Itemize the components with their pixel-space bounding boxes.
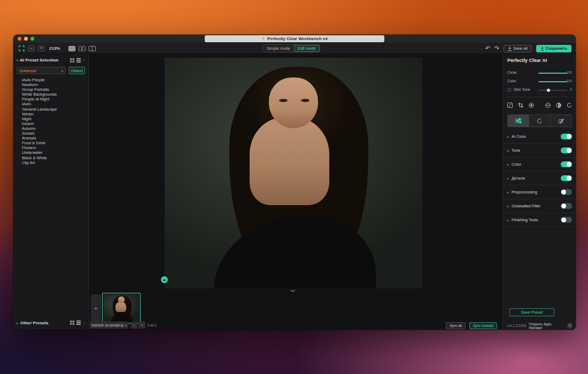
redo-icon[interactable]: ↷ bbox=[494, 45, 499, 51]
toggle-switch[interactable] bbox=[561, 189, 572, 195]
fit-to-screen-icon[interactable] bbox=[19, 45, 25, 51]
preset-category-dropdown[interactable]: Universal ▾ bbox=[17, 67, 66, 74]
toggle-switch[interactable] bbox=[561, 203, 572, 209]
window-title-tab[interactable]: ✦ Perfectly Clear Workbench v4 bbox=[205, 35, 384, 42]
preset-list-item[interactable]: Sunset bbox=[13, 131, 87, 136]
save-all-button[interactable]: Save all bbox=[504, 45, 532, 52]
fullscreen-button[interactable] bbox=[30, 37, 34, 41]
image-canvas[interactable]: ◂▸ + портрет из google.jp ▾ bbox=[89, 54, 502, 330]
next-image-button[interactable]: › bbox=[138, 322, 145, 329]
split-preview-icon[interactable] bbox=[556, 103, 561, 108]
single-view-icon[interactable] bbox=[68, 46, 75, 51]
levels-icon[interactable] bbox=[507, 103, 513, 108]
panel-section-preprocessing[interactable]: ▸Preprocessing bbox=[503, 185, 576, 199]
panel-section-finishing-tools[interactable]: ▸Finishing Tools bbox=[503, 213, 576, 227]
grid-view-icon[interactable] bbox=[70, 321, 74, 325]
sync-forward-button[interactable]: Sync forward bbox=[469, 322, 497, 329]
zoom-level: 213% bbox=[49, 46, 60, 51]
preset-list-item[interactable]: iAuto bbox=[13, 102, 87, 106]
more-icon[interactable]: − bbox=[83, 58, 85, 62]
vignette-icon[interactable] bbox=[529, 103, 534, 108]
simple-mode-button[interactable]: Simple mode bbox=[263, 45, 294, 52]
expand-icon[interactable]: ▸ bbox=[17, 321, 18, 325]
image-counter: 1 из 1 bbox=[148, 323, 157, 327]
save-button[interactable]: Сохранить bbox=[536, 45, 571, 52]
side-by-side-view-icon[interactable] bbox=[89, 46, 96, 51]
slider-handle[interactable] bbox=[547, 89, 550, 92]
crop-icon[interactable] bbox=[518, 103, 523, 108]
split-view-icon[interactable] bbox=[79, 46, 86, 51]
tab-history[interactable] bbox=[529, 115, 551, 127]
eraser-icon[interactable] bbox=[545, 103, 551, 108]
list-view-icon[interactable] bbox=[76, 321, 81, 325]
before-after-handle[interactable]: ◂▸ bbox=[161, 276, 168, 283]
preset-list-item[interactable]: Group Portraits bbox=[13, 87, 87, 92]
toggle-switch[interactable] bbox=[561, 161, 572, 167]
preset-list-item[interactable]: General Landscape bbox=[13, 107, 87, 112]
detect-button[interactable]: Detect bbox=[69, 67, 85, 74]
preset-list-item[interactable]: Black & White bbox=[13, 155, 87, 160]
open-apps-manager-link[interactable]: Открыть Apps Manager bbox=[529, 322, 564, 330]
slider-row: Сила100 bbox=[503, 68, 576, 77]
version-label: v.4.1.2.2293 bbox=[507, 324, 526, 328]
checkbox[interactable] bbox=[507, 88, 511, 92]
slider-track[interactable] bbox=[538, 73, 567, 74]
preset-list-item[interactable]: Animals bbox=[13, 136, 87, 141]
more-icon[interactable]: − bbox=[83, 321, 85, 325]
help-icon[interactable]: ? bbox=[567, 323, 572, 329]
tab-retouch[interactable] bbox=[551, 115, 571, 127]
preset-list-item[interactable]: Autumn bbox=[13, 126, 87, 131]
toggle-switch[interactable] bbox=[561, 147, 572, 153]
preset-sidebar: ▾ AI Preset Selection − Universal ▾ Dete… bbox=[13, 54, 89, 330]
preset-list-item[interactable]: Desert bbox=[13, 121, 87, 126]
app-icon: ✦ bbox=[261, 37, 265, 41]
panel-section-детали[interactable]: ▸Детали bbox=[503, 172, 576, 185]
chevron-right-icon: ▸ bbox=[507, 149, 509, 152]
previous-image-button[interactable]: ‹ bbox=[130, 322, 137, 329]
filmstrip-thumbnail-selected[interactable] bbox=[102, 293, 141, 324]
toggle-switch[interactable] bbox=[561, 217, 572, 223]
tab-sliders[interactable] bbox=[508, 115, 529, 127]
preset-list-item[interactable]: Flowers bbox=[13, 145, 87, 150]
filename-dropdown[interactable]: портрет из google.jp ▾ bbox=[90, 322, 128, 329]
zoom-in-button[interactable]: + bbox=[38, 45, 45, 51]
minimize-button[interactable] bbox=[24, 37, 28, 41]
sync-all-button[interactable]: Sync all bbox=[446, 322, 466, 329]
edit-mode-button[interactable]: Edit mode bbox=[294, 45, 320, 52]
toolbar: − + 213% Simple mode Edit mode ↶ ↷ bbox=[13, 43, 576, 54]
slider-track[interactable] bbox=[538, 81, 567, 82]
panel-section-ai-color[interactable]: ▸AI Color bbox=[503, 130, 576, 144]
panel-sections: ▸AI Color▸Tone▸Color▸Детали▸Preprocessin… bbox=[503, 130, 576, 227]
list-view-icon[interactable] bbox=[76, 58, 81, 63]
chevron-down-icon[interactable] bbox=[290, 290, 295, 292]
undo-icon[interactable]: ↶ bbox=[485, 45, 490, 51]
reset-icon[interactable] bbox=[567, 103, 572, 108]
preset-list-item[interactable]: Newborn bbox=[13, 82, 87, 87]
chevron-right-icon: ▸ bbox=[507, 218, 509, 222]
titlebar[interactable]: ✦ Perfectly Clear Workbench v4 bbox=[13, 35, 576, 43]
toggle-knob bbox=[561, 204, 566, 208]
panel-section-tone[interactable]: ▸Tone bbox=[503, 144, 576, 158]
panel-section-graduated-filter[interactable]: ▸Graduated Filter bbox=[503, 199, 576, 213]
save-preset-button[interactable]: Save Preset bbox=[509, 308, 554, 316]
grid-view-icon[interactable] bbox=[70, 58, 74, 63]
panel-section-color[interactable]: ▸Color bbox=[503, 158, 576, 172]
close-button[interactable] bbox=[18, 37, 21, 41]
add-image-button[interactable]: + bbox=[91, 294, 101, 322]
preset-list-item[interactable]: White Backgrounds bbox=[13, 92, 87, 97]
toggle-switch[interactable] bbox=[561, 134, 572, 139]
preset-list-item[interactable]: Clip Art bbox=[13, 160, 87, 165]
section-label: Детали bbox=[512, 176, 525, 181]
collapse-icon[interactable]: ▾ bbox=[17, 58, 18, 62]
preset-list-item[interactable]: iAuto People bbox=[13, 77, 87, 82]
preset-list-item[interactable]: Winter bbox=[13, 112, 87, 116]
photo-preview[interactable] bbox=[165, 58, 422, 289]
preset-list-item[interactable]: Night bbox=[13, 116, 87, 121]
panel-tabs bbox=[507, 114, 572, 127]
preset-list-item[interactable]: People at Night bbox=[13, 97, 87, 102]
preset-list-item[interactable]: Food & Drink bbox=[13, 141, 87, 145]
slider-track[interactable] bbox=[538, 90, 567, 91]
preset-list-item[interactable]: Underwater bbox=[13, 150, 87, 155]
toggle-switch[interactable] bbox=[561, 175, 572, 181]
zoom-out-button[interactable]: − bbox=[28, 45, 35, 51]
